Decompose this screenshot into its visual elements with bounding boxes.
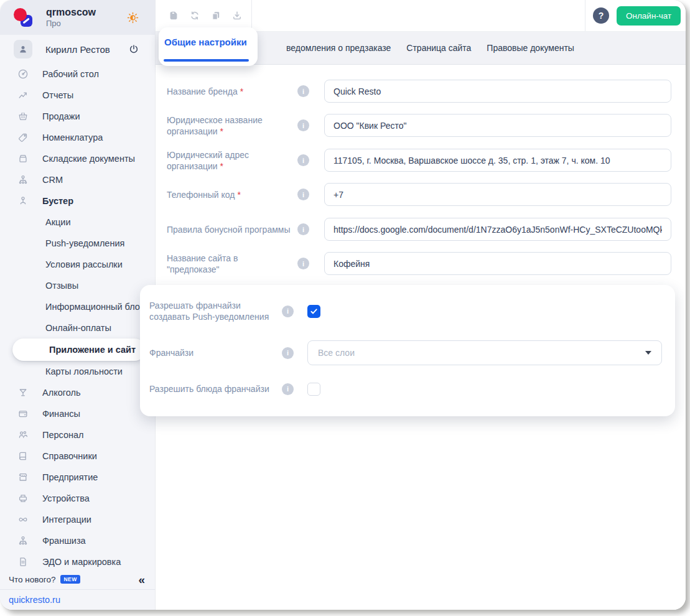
sidebar-item-label: Бустер [42, 196, 73, 206]
user-row[interactable]: Кирилл Рестов [0, 35, 155, 63]
user-name: Кирилл Рестов [45, 44, 110, 55]
refresh-icon[interactable] [189, 10, 200, 21]
help-icon[interactable]: ? [593, 7, 609, 24]
info-icon[interactable]: i [282, 347, 294, 359]
sidebar-item-sales[interactable]: Продажи [0, 106, 155, 127]
info-icon[interactable]: i [297, 223, 309, 235]
theme-toggle-sun-icon[interactable] [126, 11, 139, 24]
sidebar-item-warehouse-docs[interactable]: Складские документы [0, 148, 155, 169]
active-tab-underline [164, 59, 249, 62]
reports-icon [17, 90, 29, 101]
logout-power-icon[interactable] [128, 44, 139, 55]
sidebar-item-label: Рабочий стол [42, 69, 99, 79]
sidebar-item-label: Интеграции [42, 515, 91, 525]
online-chat-button[interactable]: Онлайн-чат [617, 6, 681, 26]
sidebar-item-desktop[interactable]: Рабочий стол [0, 63, 155, 85]
sidebar-item-push-notifications[interactable]: Push-уведомления [0, 233, 155, 254]
integrations-icon [17, 514, 29, 525]
info-icon[interactable]: i [297, 154, 309, 166]
info-icon[interactable]: i [297, 119, 309, 131]
directories-icon [17, 450, 29, 462]
sidebar-item-franchise[interactable]: Франшиза [0, 530, 155, 551]
screen: qrmoscow Про Кирилл Рестов Рабочий столО… [0, 0, 690, 616]
crm-icon [17, 174, 29, 185]
sidebar-item-loyalty-cards[interactable]: Карты лояльности [0, 361, 155, 382]
info-icon[interactable]: i [297, 85, 309, 97]
finance-icon [17, 408, 29, 419]
field-label: Юридическое название организации * [167, 114, 291, 137]
field-label: Юридический адрес организации * [167, 149, 291, 172]
allow-franchise-push-checkbox[interactable] [307, 305, 320, 318]
sidebar-item-label: Приложение и сайт [49, 345, 136, 355]
save-icon[interactable] [168, 10, 179, 21]
brand-plan: Про [46, 19, 96, 28]
allow-franchise-dishes-checkbox[interactable] [307, 383, 320, 396]
sidebar-item-label: Справочники [42, 451, 97, 461]
sidebar-item-label: Франшиза [42, 536, 86, 546]
info-icon[interactable]: i [297, 189, 309, 200]
phone-code-input[interactable] [324, 183, 671, 206]
warehouse-icon [17, 153, 29, 164]
tag-icon [17, 132, 29, 143]
sidebar-item-reports[interactable]: Отчеты [0, 85, 155, 106]
sidebar-item-feedback[interactable]: Отзывы [0, 275, 155, 296]
sidebar-item-label: Предприятие [42, 472, 98, 482]
toolbar-divider [251, 0, 252, 31]
collapse-sidebar-icon[interactable]: « [138, 574, 145, 586]
sidebar-item-label: Условия рассылки [45, 259, 123, 269]
sidebar-item-label: Отчеты [42, 90, 73, 100]
sidebar-item-mailing-terms[interactable]: Условия рассылки [0, 254, 155, 275]
legal-name-input[interactable] [324, 114, 671, 137]
sidebar-item-online-payments[interactable]: Онлайн-оплаты [0, 317, 155, 338]
sidebar-item-info-block[interactable]: Информационный блок [0, 296, 155, 317]
devices-icon [17, 493, 29, 504]
tab-site-page[interactable]: Страница сайта [406, 43, 471, 53]
tab-preorder-notifications[interactable]: ведомления о предзаказе [286, 43, 391, 53]
required-asterisk: * [240, 86, 243, 96]
site-link[interactable]: quickresto.ru [9, 595, 60, 605]
copy-icon[interactable] [210, 10, 221, 21]
sidebar-item-label: Персонал [42, 430, 84, 440]
sidebar-item-enterprise[interactable]: Предприятие [0, 467, 155, 488]
brand-block: qrmoscow Про [46, 7, 96, 28]
sidebar-item-staff[interactable]: Персонал [0, 424, 155, 446]
info-icon[interactable]: i [282, 383, 294, 395]
sidebar-item-label: Устройства [42, 493, 90, 503]
sidebar-item-promotions[interactable]: Акции [0, 212, 155, 233]
download-icon[interactable] [231, 10, 243, 21]
enterprise-icon [17, 472, 29, 483]
form-row-legal-address: Юридический адрес организации *i [167, 149, 671, 172]
info-icon[interactable]: i [297, 258, 309, 269]
field-label: Разрешать франчайзи создавать Push-уведо… [149, 300, 273, 322]
active-tab-highlight-card: Общие настройки [159, 27, 258, 66]
required-asterisk: * [220, 126, 223, 136]
form-row-legal-name: Юридическое название организации *i [167, 114, 671, 137]
sidebar-item-crm[interactable]: CRM [0, 169, 155, 190]
sidebar-item-app-and-site[interactable]: Приложение и сайт [12, 338, 146, 361]
sidebar-item-devices[interactable]: Устройства [0, 488, 155, 509]
info-icon[interactable]: i [282, 306, 294, 317]
sidebar-item-finance[interactable]: Финансы [0, 403, 155, 424]
form-row-site-preview-name: Название сайта в "предпоказе"i [167, 252, 671, 275]
sidebar-item-directories[interactable]: Справочники [0, 446, 155, 467]
crm-icon [17, 535, 29, 546]
site-preview-name-input[interactable] [324, 252, 671, 275]
sidebar-item-integrations[interactable]: Интеграции [0, 509, 155, 530]
dashboard-icon [17, 68, 29, 80]
franchisees-select[interactable]: Все слои [307, 340, 662, 365]
edo-icon [17, 556, 29, 567]
panel-row-allow-franchise-dishes: Разрешить блюда франчайзиi [149, 376, 320, 401]
sidebar-item-label: CRM [42, 175, 63, 185]
sidebar-item-nomenclature[interactable]: Номенклатура [0, 127, 155, 148]
brand-name-input[interactable] [324, 80, 671, 103]
sidebar-item-booster[interactable]: Бустер [0, 190, 155, 212]
tab-legal-documents[interactable]: Правовые документы [487, 43, 574, 53]
alcohol-icon [17, 387, 29, 398]
sidebar-item-edo[interactable]: ЭДО и маркировка [0, 551, 155, 571]
bonus-rules-input[interactable] [324, 218, 671, 241]
whats-new-link[interactable]: Что нового? [9, 575, 55, 584]
sidebar-item-label: Отзывы [45, 281, 78, 291]
sidebar-item-alcohol[interactable]: Алкоголь [0, 382, 155, 403]
legal-address-input[interactable] [324, 149, 671, 172]
tab-general-settings[interactable]: Общие настройки [164, 37, 258, 47]
